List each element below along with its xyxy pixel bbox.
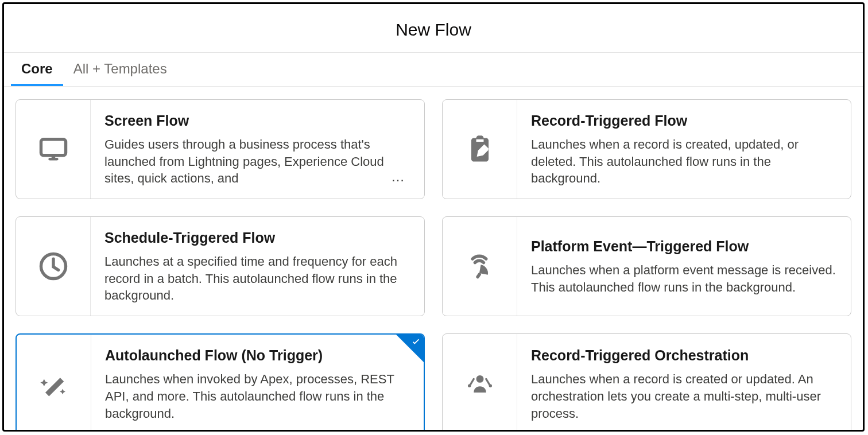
card-text: Platform Event—Triggered Flow Launches w… [517, 217, 851, 316]
card-description: Launches when a record is created or upd… [531, 371, 837, 422]
card-platform-event-triggered-flow[interactable]: Platform Event—Triggered Flow Launches w… [442, 216, 851, 316]
monitor-icon [16, 100, 91, 199]
dialog-header: New Flow [4, 4, 863, 53]
card-title: Record-Triggered Flow [531, 112, 837, 129]
svg-rect-0 [41, 139, 65, 156]
card-screen-flow[interactable]: Screen Flow Guides users through a busin… [16, 99, 425, 199]
card-title: Screen Flow [104, 112, 410, 129]
card-title: Record-Triggered Orchestration [531, 347, 837, 364]
dialog-title: New Flow [4, 20, 863, 40]
card-title: Platform Event—Triggered Flow [531, 238, 837, 255]
card-autolaunched-flow[interactable]: Autolaunched Flow (No Trigger) Launches … [16, 333, 425, 432]
card-description: Launches when invoked by Apex, processes… [105, 371, 410, 422]
ellipsis-icon: … [391, 169, 406, 185]
card-record-triggered-flow[interactable]: Record-Triggered Flow Launches when a re… [442, 99, 851, 199]
conductor-icon [443, 334, 517, 432]
clipboard-edit-icon [443, 100, 517, 199]
flow-type-grid: Screen Flow Guides users through a busin… [4, 87, 863, 432]
card-title: Schedule-Triggered Flow [104, 230, 410, 246]
svg-rect-2 [51, 156, 55, 158]
selected-check-icon [396, 335, 424, 362]
tab-bar: Core All + Templates [4, 53, 863, 87]
svg-point-7 [489, 384, 491, 387]
card-text: Screen Flow Guides users through a busin… [91, 100, 424, 199]
svg-point-5 [476, 375, 483, 383]
tab-core[interactable]: Core [11, 53, 63, 86]
card-record-triggered-orchestration[interactable]: Record-Triggered Orchestration Launches … [442, 333, 851, 432]
svg-point-6 [468, 384, 471, 387]
card-description: Launches when a record is created, updat… [531, 136, 837, 187]
card-text: Autolaunched Flow (No Trigger) Launches … [91, 335, 424, 432]
clock-icon [16, 217, 91, 316]
tab-all-templates[interactable]: All + Templates [63, 53, 177, 86]
card-text: Record-Triggered Orchestration Launches … [517, 334, 851, 432]
magic-wand-icon [17, 335, 91, 432]
card-text: Schedule-Triggered Flow Launches at a sp… [91, 217, 424, 316]
card-description: Guides users through a business process … [104, 136, 410, 187]
card-title: Autolaunched Flow (No Trigger) [105, 347, 410, 364]
card-description: Launches when a platform event message i… [531, 262, 837, 296]
new-flow-dialog: New Flow Core All + Templates Screen Flo… [2, 2, 865, 432]
card-text: Record-Triggered Flow Launches when a re… [517, 100, 851, 199]
card-schedule-triggered-flow[interactable]: Schedule-Triggered Flow Launches at a sp… [16, 216, 425, 316]
card-description: Launches at a specified time and frequen… [104, 253, 410, 304]
satellite-icon [443, 217, 517, 316]
